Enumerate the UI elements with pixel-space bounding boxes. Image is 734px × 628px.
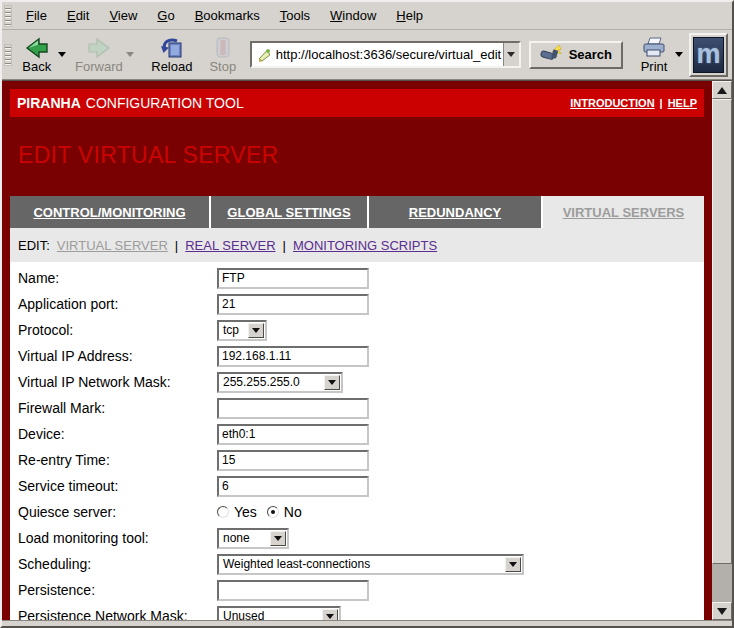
load-monitoring-select-value: none — [219, 531, 269, 545]
piranha-header-bar: PIRANHACONFIGURATION TOOL INTRODUCTION |… — [10, 89, 704, 117]
scrollbar-thumb[interactable] — [712, 99, 732, 564]
scrollbar-track[interactable] — [712, 99, 732, 602]
stop-icon — [214, 35, 232, 59]
tab-virtual-servers[interactable]: VIRTUAL SERVERS — [543, 196, 704, 228]
protocol-label: Protocol: — [18, 322, 217, 338]
tab-control-monitoring[interactable]: CONTROL/MONITORING — [10, 196, 211, 228]
persistence-mask-select[interactable]: Unused — [217, 606, 341, 621]
reentry-time-input[interactable] — [217, 450, 369, 471]
mozilla-logo-button[interactable]: m — [689, 33, 728, 77]
virtual-ip-label: Virtual IP Address: — [18, 348, 217, 364]
protocol-select-value: tcp — [219, 323, 247, 337]
menu-window[interactable]: Window — [320, 4, 386, 27]
protocol-select[interactable]: tcp — [217, 320, 267, 341]
quiesce-yes-radio[interactable] — [217, 506, 229, 518]
name-input[interactable] — [217, 268, 369, 289]
subnav-monitoring-scripts-link[interactable]: MONITORING SCRIPTS — [293, 238, 437, 253]
application-port-label: Application port: — [18, 296, 217, 312]
virtual-ip-input[interactable] — [217, 346, 369, 367]
virtual-ip-mask-select-value: 255.255.255.0 — [219, 375, 323, 389]
firewall-mark-input[interactable] — [217, 398, 369, 419]
form-row-firewall-mark: Firewall Mark: — [18, 395, 704, 421]
brand-subtitle: CONFIGURATION TOOL — [86, 95, 244, 111]
firewall-mark-label: Firewall Mark: — [18, 400, 217, 416]
browser-window: File Edit View Go Bookmarks Tools Window… — [0, 0, 734, 628]
reentry-time-label: Re-entry Time: — [18, 452, 217, 468]
scheduling-select[interactable]: Weighted least-connections — [217, 554, 524, 575]
virtual-ip-mask-label: Virtual IP Network Mask: — [18, 374, 217, 390]
navigation-toolbar: Back Forward Reload Stop — [2, 30, 732, 80]
window-bottom-edge — [2, 620, 732, 626]
back-icon — [24, 35, 50, 59]
quiesce-no-label: No — [284, 504, 302, 520]
search-button[interactable]: Search — [529, 41, 623, 69]
back-button[interactable]: Back — [16, 32, 58, 78]
name-label: Name: — [18, 270, 217, 286]
tab-global-settings[interactable]: GLOBAL SETTINGS — [211, 196, 369, 228]
virtual-ip-mask-select[interactable]: 255.255.255.0 — [217, 372, 343, 393]
app-title: PIRANHACONFIGURATION TOOL — [17, 95, 244, 111]
back-dropdown-icon[interactable] — [58, 52, 66, 57]
subnav-prefix: EDIT: — [18, 238, 50, 253]
service-timeout-input[interactable] — [217, 476, 369, 497]
search-label: Search — [569, 47, 612, 62]
tab-redundancy[interactable]: REDUNDANCY — [369, 196, 543, 228]
url-input[interactable] — [276, 47, 503, 62]
scroll-down-button[interactable] — [712, 602, 732, 620]
menu-tools[interactable]: Tools — [270, 4, 320, 27]
form-row-persistence-mask: Persistence Network Mask: Unused — [18, 603, 704, 620]
persistence-mask-select-value: Unused — [219, 609, 321, 620]
chevron-down-icon — [322, 609, 338, 621]
subnav-virtual-server-current: VIRTUAL SERVER — [57, 238, 168, 253]
menu-view[interactable]: View — [99, 4, 147, 27]
print-button[interactable]: Print — [633, 32, 675, 78]
application-port-input[interactable] — [217, 294, 369, 315]
load-monitoring-select[interactable]: none — [217, 528, 289, 549]
menu-edit[interactable]: Edit — [57, 4, 99, 27]
reload-button[interactable]: Reload — [148, 32, 196, 78]
menu-bookmarks[interactable]: Bookmarks — [185, 4, 270, 27]
page-title: EDIT VIRTUAL SERVER — [18, 142, 704, 169]
stop-label: Stop — [209, 59, 236, 74]
print-dropdown-icon[interactable] — [675, 52, 683, 57]
service-timeout-label: Service timeout: — [18, 478, 217, 494]
scroll-up-button[interactable] — [712, 81, 732, 99]
url-dropdown-button[interactable] — [503, 43, 519, 66]
vertical-scrollbar — [712, 81, 732, 620]
form-row-virtual-ip-mask: Virtual IP Network Mask: 255.255.255.0 — [18, 369, 704, 395]
quiesce-no-radio[interactable] — [267, 506, 279, 518]
stop-button[interactable]: Stop — [202, 32, 244, 78]
chevron-down-icon — [270, 531, 286, 546]
form-row-device: Device: — [18, 421, 704, 447]
forward-label: Forward — [75, 59, 123, 74]
form-row-persistence: Persistence: — [18, 577, 704, 603]
menu-go[interactable]: Go — [147, 4, 184, 27]
forward-icon — [86, 35, 112, 59]
edit-subnav: EDIT: VIRTUAL SERVER | REAL SERVER | MON… — [10, 228, 704, 262]
introduction-link[interactable]: INTRODUCTION — [570, 97, 654, 109]
url-bar — [250, 41, 521, 68]
bookmark-icon[interactable] — [256, 47, 272, 63]
menu-help[interactable]: Help — [386, 4, 433, 27]
scroll-down-icon — [717, 608, 727, 615]
form-row-quiesce-server: Quiesce server: Yes No — [18, 499, 704, 525]
help-link[interactable]: HELP — [668, 97, 697, 109]
menu-bar: File Edit View Go Bookmarks Tools Window… — [2, 2, 732, 30]
forward-button[interactable]: Forward — [72, 32, 126, 78]
persistence-input[interactable] — [217, 580, 369, 601]
subnav-real-server-link[interactable]: REAL SERVER — [185, 238, 275, 253]
link-separator: | — [660, 97, 663, 109]
device-input[interactable] — [217, 424, 369, 445]
menu-file[interactable]: File — [16, 4, 57, 27]
forward-dropdown-icon[interactable] — [126, 52, 134, 57]
chevron-down-icon — [324, 375, 340, 390]
toolbar-grippy[interactable] — [4, 5, 12, 27]
quiesce-server-label: Quiesce server: — [18, 504, 217, 520]
scheduling-select-value: Weighted least-connections — [219, 557, 504, 571]
search-icon — [540, 44, 564, 65]
toolbar-grippy[interactable] — [4, 44, 12, 66]
back-label: Back — [22, 59, 51, 74]
form-row-virtual-ip: Virtual IP Address: — [18, 343, 704, 369]
chevron-down-icon — [248, 323, 264, 338]
form-row-reentry-time: Re-entry Time: — [18, 447, 704, 473]
